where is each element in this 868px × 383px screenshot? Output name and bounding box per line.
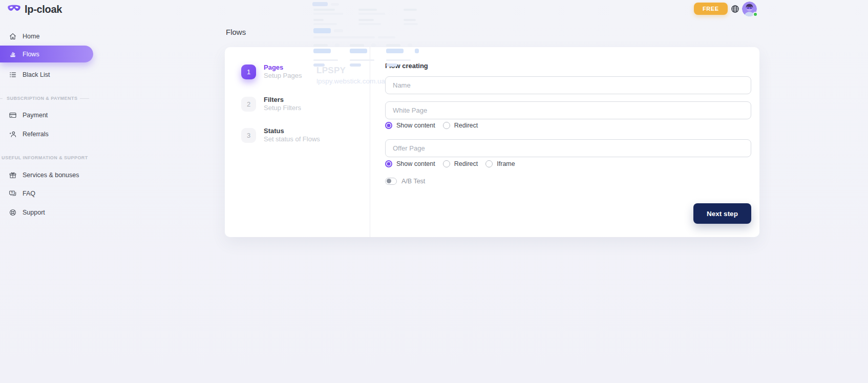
sidebar-item-label: Payment: [23, 112, 48, 119]
sidebar-item-support[interactable]: Support: [0, 204, 93, 221]
radio-label: Show content: [396, 160, 435, 167]
radio-iframe[interactable]: Iframe: [485, 160, 515, 167]
radio-show-content[interactable]: Show content: [385, 160, 435, 167]
sidebar-item-black-list[interactable]: Black List: [0, 66, 93, 83]
step-number: 3: [241, 128, 256, 143]
white-page-mode-group: Show content Redirect: [385, 122, 478, 129]
radio-control[interactable]: [485, 160, 493, 167]
radio-control[interactable]: [385, 122, 392, 129]
sidebar-item-label: Black List: [23, 71, 50, 78]
radio-redirect[interactable]: Redirect: [443, 122, 478, 129]
credit-card-icon: [9, 111, 17, 119]
sidebar-item-referrals[interactable]: Referrals: [0, 125, 93, 142]
section-line: [80, 98, 89, 99]
sidebar-item-label: Support: [23, 209, 45, 216]
step-subtitle: Setup Pages: [264, 72, 302, 80]
white-page-input[interactable]: [385, 101, 751, 119]
step-title: Pages: [264, 63, 302, 72]
list-icon: [9, 71, 17, 79]
flows-icon: [9, 50, 17, 58]
ab-test-label: A/B Test: [401, 178, 425, 185]
svg-text:?!: ?!: [11, 191, 13, 194]
radio-label: Redirect: [454, 160, 478, 167]
language-globe-icon[interactable]: [729, 3, 740, 14]
section-line: [0, 98, 3, 99]
step-subtitle: Setup Filters: [264, 104, 301, 112]
radio-label: Iframe: [497, 160, 515, 167]
plan-badge[interactable]: FREE: [694, 3, 728, 15]
sidebar-item-home[interactable]: Home: [0, 28, 93, 45]
ab-test-toggle-row[interactable]: A/B Test: [385, 178, 425, 185]
toggle-knob: [387, 179, 391, 183]
ab-test-toggle[interactable]: [385, 178, 397, 185]
step-status[interactable]: 3 Status Set status of Flows: [241, 127, 320, 144]
page-title: Flows: [226, 28, 246, 36]
sidebar-item-label: Home: [23, 33, 39, 40]
sidebar: lp-cloak Home Flows Black List SUBSCRIPT…: [0, 0, 93, 383]
radio-control[interactable]: [385, 160, 392, 167]
sidebar-section-support: USEFUL INFORMATION & SUPPORT: [0, 154, 93, 161]
mask-logo-icon: [7, 3, 21, 16]
sidebar-item-flows[interactable]: Flows: [0, 46, 93, 62]
section-label: USEFUL INFORMATION & SUPPORT: [0, 155, 88, 160]
offer-page-input[interactable]: [385, 139, 751, 157]
radio-show-content[interactable]: Show content: [385, 122, 435, 129]
home-icon: [9, 32, 17, 40]
step-title: Status: [264, 127, 320, 135]
step-subtitle: Set status of Flows: [264, 135, 320, 143]
section-label: SUBSCRIPTION & PAYMENTS: [5, 96, 77, 101]
next-step-button[interactable]: Next step: [693, 203, 751, 224]
sidebar-item-services[interactable]: Services & bonuses: [0, 166, 93, 183]
radio-redirect[interactable]: Redirect: [443, 160, 478, 167]
step-pages[interactable]: 1 Pages Setup Pages: [241, 63, 302, 80]
form-title: Flow creating: [385, 62, 428, 70]
flow-creating-form: Flow creating Show content Redirect Show…: [385, 47, 751, 237]
flow-creating-card: 1 Pages Setup Pages 2 Filters Setup Filt…: [225, 47, 759, 237]
sidebar-item-faq[interactable]: ?! FAQ: [0, 185, 93, 202]
sidebar-item-label: Services & bonuses: [23, 172, 79, 179]
sidebar-item-payment[interactable]: Payment: [0, 107, 93, 123]
step-title: Filters: [264, 96, 301, 104]
step-number: 1: [241, 65, 256, 79]
radio-label: Redirect: [454, 122, 478, 129]
brand-name: lp-cloak: [25, 4, 62, 15]
step-number: 2: [241, 97, 256, 112]
radio-control[interactable]: [443, 122, 450, 129]
offer-page-mode-group: Show content Redirect Iframe: [385, 160, 515, 167]
card-divider: [370, 47, 370, 237]
sidebar-section-subscription: SUBSCRIPTION & PAYMENTS: [0, 95, 93, 102]
step-filters[interactable]: 2 Filters Setup Filters: [241, 96, 301, 113]
sidebar-item-label: Flows: [23, 51, 39, 58]
radio-label: Show content: [396, 122, 435, 129]
gift-icon: [9, 171, 17, 179]
person-add-icon: [9, 130, 17, 138]
faq-bubble-icon: ?!: [9, 189, 17, 198]
user-avatar[interactable]: [742, 2, 757, 16]
sidebar-item-label: FAQ: [23, 190, 35, 197]
name-input[interactable]: [385, 76, 751, 94]
brand-logo[interactable]: lp-cloak: [7, 3, 62, 16]
online-status-dot: [753, 12, 758, 17]
radio-control[interactable]: [443, 160, 450, 167]
sidebar-item-label: Referrals: [23, 131, 49, 138]
lifebuoy-icon: [9, 208, 17, 217]
